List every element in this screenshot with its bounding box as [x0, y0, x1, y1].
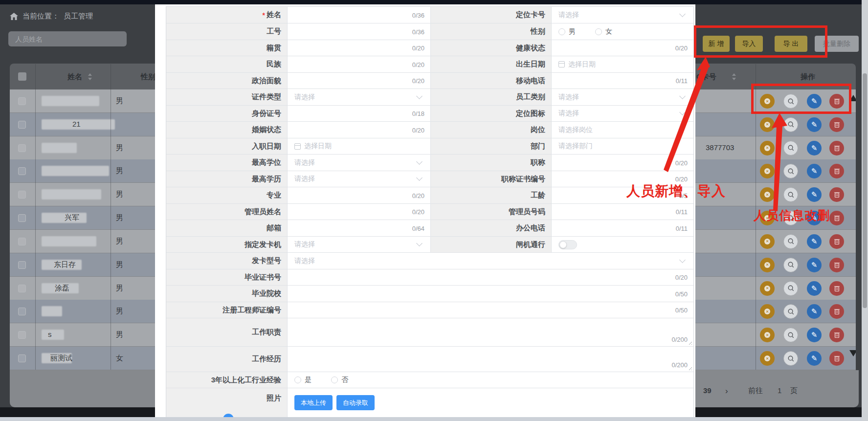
text-input[interactable]: 0/11	[552, 220, 693, 236]
select-input[interactable]: 请选择	[552, 89, 693, 105]
text-input[interactable]: 0/11	[552, 204, 693, 220]
view-button[interactable]	[783, 281, 798, 296]
next-page-button[interactable]: ›	[725, 386, 728, 396]
toggle-switch[interactable]	[558, 240, 577, 249]
card-button[interactable]: ✕	[760, 117, 775, 132]
sort-icon[interactable]	[88, 73, 92, 80]
card-button[interactable]: ✕	[760, 304, 775, 319]
browser-scrollbar[interactable]	[862, 0, 868, 421]
edit-button[interactable]: ✎	[807, 117, 822, 132]
header-name[interactable]: 姓名	[67, 64, 82, 89]
text-input[interactable]: 0/20	[288, 122, 431, 138]
select-input[interactable]: 请选择岗位	[552, 122, 693, 138]
select-input[interactable]: 请选择	[288, 155, 431, 171]
sort-icon[interactable]	[732, 73, 736, 80]
delete-button[interactable]	[829, 141, 844, 155]
delete-button[interactable]	[829, 351, 844, 366]
header-ic-card[interactable]: C卡号	[696, 64, 716, 89]
text-input[interactable]: 0/20	[288, 269, 693, 285]
text-input[interactable]: 0/36	[288, 7, 431, 23]
radio-option[interactable]: 是	[294, 376, 312, 384]
select-all-checkbox[interactable]	[18, 72, 26, 81]
delete-button[interactable]	[829, 281, 844, 296]
view-button[interactable]	[783, 141, 798, 155]
text-input[interactable]: 0/20	[288, 204, 431, 220]
edit-button[interactable]: ✎	[807, 328, 822, 342]
edit-button[interactable]: ✎	[807, 304, 822, 319]
select-input[interactable]: 请选择	[288, 171, 431, 187]
card-button[interactable]: ✕	[760, 258, 775, 272]
text-input[interactable]: 0/20	[288, 56, 431, 72]
view-button[interactable]	[783, 258, 798, 272]
view-button[interactable]	[783, 117, 798, 132]
date-input[interactable]: 选择日期	[552, 56, 693, 72]
delete-button[interactable]	[829, 187, 844, 202]
select-input[interactable]: 请选择	[288, 253, 693, 269]
edit-button[interactable]: ✎	[807, 281, 822, 296]
form-label-text: 闸机通行	[516, 240, 545, 249]
edit-button[interactable]: ✎	[807, 351, 822, 366]
text-input[interactable]: 0/64	[288, 220, 431, 236]
view-button[interactable]	[783, 234, 798, 249]
edit-button[interactable]: ✎	[807, 141, 822, 155]
delete-button[interactable]	[829, 304, 844, 319]
card-button[interactable]: ✕	[760, 328, 775, 342]
edit-button[interactable]: ✎	[807, 258, 822, 272]
text-input[interactable]: 0/20	[552, 155, 693, 171]
date-input[interactable]: 选择日期	[288, 138, 431, 154]
text-input[interactable]: 0/50	[288, 302, 693, 318]
view-button[interactable]	[783, 187, 798, 202]
text-input[interactable]: 0/20	[288, 187, 431, 203]
text-input[interactable]: 0/20	[552, 40, 693, 56]
radio-option[interactable]: 女	[595, 27, 612, 36]
text-input[interactable]: 0/20	[288, 40, 431, 56]
select-input[interactable]: 请选择	[552, 106, 693, 121]
select-input[interactable]: 请选择部门	[552, 138, 693, 154]
page-number-last[interactable]: 39	[703, 386, 712, 395]
textarea-input[interactable]: 0/200	[288, 347, 693, 372]
card-button[interactable]: ✕	[760, 281, 775, 296]
edit-button[interactable]: ✎	[807, 164, 822, 178]
text-input[interactable]: 0/50	[288, 286, 693, 302]
delete-button[interactable]	[829, 117, 844, 132]
edit-button[interactable]: ✎	[807, 187, 822, 202]
resize-handle[interactable]	[688, 340, 692, 345]
radio-option[interactable]: 否	[331, 376, 348, 384]
select-input[interactable]: 请选择	[552, 7, 693, 23]
edit-button[interactable]: ✎	[807, 234, 822, 249]
select-input[interactable]: 请选择	[288, 89, 431, 105]
card-button[interactable]: ✕	[760, 187, 775, 202]
photo-field[interactable]: 本地上传自动录取	[288, 388, 693, 421]
resize-handle[interactable]	[688, 366, 692, 370]
auto-capture-button[interactable]: 自动录取	[336, 395, 375, 410]
view-button[interactable]	[783, 351, 798, 366]
card-button[interactable]: ✕	[760, 164, 775, 178]
text-input[interactable]: 0/18	[288, 106, 431, 121]
scrollbar-thumb[interactable]	[863, 73, 867, 308]
view-button[interactable]	[783, 164, 798, 178]
radio-group[interactable]: 是否	[288, 372, 693, 388]
textarea-input[interactable]: 0/200	[288, 318, 693, 346]
text-input[interactable]: 0/20	[288, 73, 431, 89]
local-upload-button[interactable]: 本地上传	[294, 395, 333, 410]
radio-option[interactable]: 男	[558, 27, 576, 36]
radio-group[interactable]: 男女	[552, 23, 693, 40]
goto-page-input[interactable]: 1	[778, 386, 781, 395]
delete-button[interactable]	[829, 211, 844, 225]
text-input[interactable]: 0/36	[288, 23, 431, 40]
delete-button[interactable]	[829, 234, 844, 249]
delete-button[interactable]	[829, 164, 844, 178]
card-button[interactable]: ✕	[760, 234, 775, 249]
scroll-down-arrow[interactable]	[849, 350, 856, 356]
delete-button[interactable]	[829, 258, 844, 272]
toggle-cell[interactable]	[552, 237, 693, 252]
breadcrumb: 当前位置： 员工管理	[10, 12, 93, 21]
view-button[interactable]	[783, 328, 798, 342]
text-input[interactable]: 0/11	[552, 73, 693, 89]
delete-button[interactable]	[829, 328, 844, 342]
search-input[interactable]	[8, 31, 127, 46]
select-input[interactable]: 请选择	[288, 237, 431, 252]
card-button[interactable]: ✕	[760, 351, 775, 366]
view-button[interactable]	[783, 304, 798, 319]
card-button[interactable]: ✕	[760, 141, 775, 155]
